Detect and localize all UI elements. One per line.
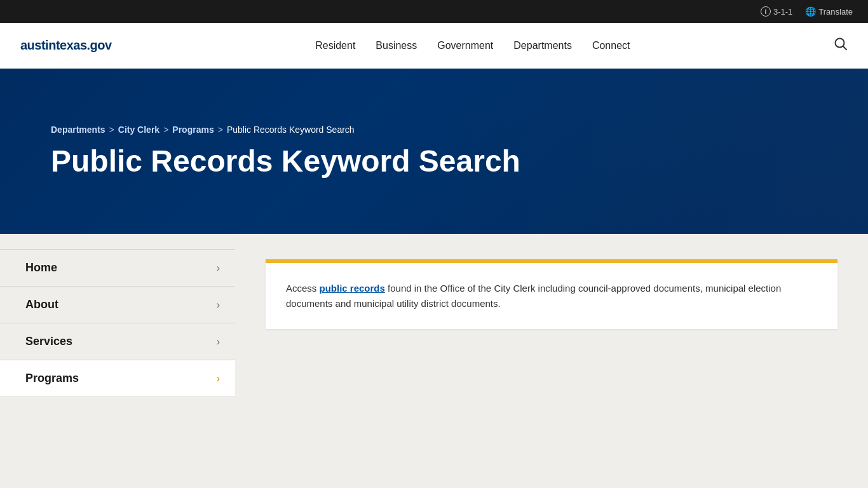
sidebar: Home › About › Services › Programs › [0, 234, 235, 412]
sidebar-label-about: About [25, 298, 58, 311]
main-content: Access public records found in the Offic… [235, 234, 868, 412]
breadcrumb-city-clerk[interactable]: City Clerk [118, 125, 159, 135]
sidebar-label-home: Home [25, 261, 57, 274]
nav-item-government[interactable]: Government [437, 40, 493, 51]
breadcrumb-sep-3: > [218, 125, 223, 135]
translate-button[interactable]: 🌐 Translate [805, 6, 853, 17]
content-text-1: Access [286, 283, 320, 294]
nav-link-departments[interactable]: Departments [513, 40, 572, 51]
hero-content: Departments > City Clerk > Programs > Pu… [51, 125, 817, 179]
nav-item-connect[interactable]: Connect [592, 40, 630, 51]
phone-label: 3-1-1 [773, 7, 792, 17]
sidebar-arrow-services: › [217, 336, 220, 348]
nav-link-resident[interactable]: Resident [315, 40, 355, 51]
public-records-link[interactable]: public records [320, 283, 385, 294]
sidebar-item-services[interactable]: Services › [0, 323, 235, 360]
nav-links: Resident Business Government Departments… [315, 40, 630, 51]
content-card: Access public records found in the Offic… [266, 259, 837, 329]
sidebar-label-services: Services [25, 335, 72, 348]
translate-label: Translate [818, 7, 853, 17]
nav-link-business[interactable]: Business [376, 40, 417, 51]
search-button[interactable] [834, 37, 848, 54]
site-logo[interactable]: austintexas.gov [20, 38, 112, 53]
top-bar: i 3-1-1 🌐 Translate [0, 0, 868, 23]
hero-banner: Departments > City Clerk > Programs > Pu… [0, 69, 868, 234]
sidebar-item-about[interactable]: About › [0, 287, 235, 323]
breadcrumb-sep-1: > [109, 125, 114, 135]
nav-link-connect[interactable]: Connect [592, 40, 630, 51]
nav-item-departments[interactable]: Departments [513, 40, 572, 51]
breadcrumb-departments[interactable]: Departments [51, 125, 105, 135]
nav-link-government[interactable]: Government [437, 40, 493, 51]
phone-311[interactable]: i 3-1-1 [761, 6, 792, 17]
page-title: Public Records Keyword Search [51, 145, 817, 179]
svg-line-1 [843, 46, 846, 50]
nav-item-business[interactable]: Business [376, 40, 417, 51]
nav-item-resident[interactable]: Resident [315, 40, 355, 51]
content-area: Home › About › Services › Programs › Acc… [0, 234, 868, 412]
globe-icon: 🌐 [805, 6, 816, 17]
sidebar-arrow-programs: › [217, 373, 220, 384]
breadcrumb-programs[interactable]: Programs [172, 125, 214, 135]
main-nav: austintexas.gov Resident Business Govern… [0, 23, 868, 69]
sidebar-item-home[interactable]: Home › [0, 249, 235, 287]
sidebar-arrow-home: › [217, 262, 220, 274]
sidebar-arrow-about: › [217, 299, 220, 311]
sidebar-label-programs: Programs [25, 372, 79, 385]
breadcrumb-sep-2: > [163, 125, 168, 135]
content-description: Access public records found in the Offic… [286, 281, 817, 311]
search-icon [834, 37, 848, 51]
sidebar-item-programs[interactable]: Programs › [0, 360, 235, 397]
breadcrumb: Departments > City Clerk > Programs > Pu… [51, 125, 817, 135]
breadcrumb-current: Public Records Keyword Search [227, 125, 355, 135]
info-icon: i [761, 6, 771, 17]
